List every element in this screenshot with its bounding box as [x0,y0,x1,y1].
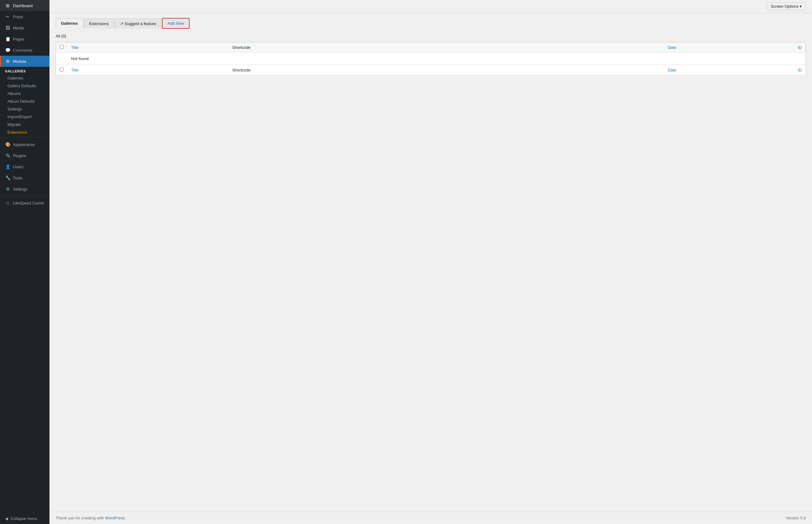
tab-extensions[interactable]: Extensions [84,19,114,29]
sidebar-subitem-extensions[interactable]: Extensions [0,128,49,136]
column-footer-date[interactable]: Date [507,65,680,75]
users-icon: 👤 [5,164,11,169]
not-found-checkbox-cell [56,53,68,65]
tab-galleries[interactable]: Galleries [56,18,83,29]
not-found-message: Not found [67,53,806,65]
table-header-row: Title Shortcode Date ID [56,43,806,53]
footer: Thank you for creating with WordPress. V… [49,512,812,524]
dashboard-icon: ⊞ [5,3,11,8]
column-footer-title[interactable]: Title [67,65,229,75]
table-row-not-found: Not found [56,53,806,65]
topbar: Screen Options ▾ [49,0,812,13]
wordpress-link[interactable]: WordPress [105,515,125,520]
sidebar-subitem-gallery-defaults[interactable]: Gallery Defaults [0,82,49,90]
select-all-footer-cell[interactable] [56,65,68,75]
sidebar-subitem-album-defaults[interactable]: Album Defaults [0,97,49,105]
sidebar-item-users[interactable]: 👤 Users [0,161,49,172]
sidebar-subitem-migrate[interactable]: Migrate [0,121,49,128]
column-header-id[interactable]: ID [680,43,806,53]
sidebar-item-litespeed[interactable]: ◇ LiteSpeed Cache [0,197,49,209]
sidebar-subitem-import-export[interactable]: Import/Export [0,113,49,121]
comments-icon: 💬 [5,48,11,53]
sidebar-item-pages[interactable]: 📋 Pages [0,33,49,45]
modula-icon: ⚙ [5,59,11,64]
sidebar-item-media[interactable]: 🖼 Media [0,22,49,33]
content-area: Galleries Extensions ↗ Suggest a feature… [49,13,812,512]
media-icon: 🖼 [5,26,11,30]
sidebar-item-dashboard[interactable]: ⊞ Dashboard [0,0,49,11]
sidebar: ⊞ Dashboard ✏ Posts 🖼 Media 📋 Pages 💬 Co… [0,0,49,524]
collapse-icon: ◀ [5,516,8,521]
column-footer-id[interactable]: ID [680,65,806,75]
appearance-icon: 🎨 [5,142,11,147]
sidebar-item-plugins[interactable]: 🔌 Plugins [0,150,49,161]
sidebar-item-tools[interactable]: 🔧 Tools [0,172,49,183]
sidebar-divider-2 [0,196,49,196]
tab-add-new[interactable]: Add New [162,18,189,29]
sidebar-subitem-galleries[interactable]: Galleries [0,74,49,82]
main-content: Screen Options ▾ Galleries Extensions ↗ … [49,0,812,524]
pages-icon: 📋 [5,36,11,42]
footer-left: Thank you for creating with WordPress. [56,515,126,520]
litespeed-icon: ◇ [5,200,11,206]
screen-options-arrow-icon: ▾ [800,4,802,9]
sidebar-subitem-albums[interactable]: Albums [0,90,49,97]
settings-icon: ⚙ [5,186,11,192]
select-all-checkbox[interactable] [60,45,64,49]
collapse-menu[interactable]: ◀ Collapse menu [0,513,49,524]
posts-icon: ✏ [5,14,11,19]
galleries-table: Title Shortcode Date ID Not found Title … [56,42,806,75]
sidebar-item-appearance[interactable]: 🎨 Appearance [0,139,49,150]
select-all-footer-checkbox[interactable] [60,67,64,71]
tab-suggest-feature[interactable]: ↗ Suggest a feature [115,19,162,29]
sidebar-item-modula[interactable]: ⚙ Modula [0,56,49,67]
modula-section-title: Galleries [0,67,49,74]
plugins-icon: 🔌 [5,153,11,158]
external-link-icon: ↗ [120,21,123,26]
tools-icon: 🔧 [5,175,11,180]
all-count: All (0) [56,34,806,38]
table-footer-row: Title Shortcode Date ID [56,65,806,75]
sidebar-item-settings[interactable]: ⚙ Settings [0,183,49,195]
tab-navigation: Galleries Extensions ↗ Suggest a feature… [56,18,806,29]
sidebar-item-comments[interactable]: 💬 Comments [0,45,49,56]
select-all-cell[interactable] [56,43,68,53]
column-footer-shortcode: Shortcode [229,65,507,75]
column-header-title[interactable]: Title [67,43,229,53]
sidebar-item-posts[interactable]: ✏ Posts [0,11,49,22]
column-header-shortcode: Shortcode [229,43,507,53]
sidebar-divider [0,137,49,138]
screen-options-button[interactable]: Screen Options ▾ [766,2,806,10]
footer-version: Version 5.6 [786,515,806,520]
sidebar-subitem-settings[interactable]: Settings [0,105,49,113]
column-header-date[interactable]: Date [507,43,680,53]
